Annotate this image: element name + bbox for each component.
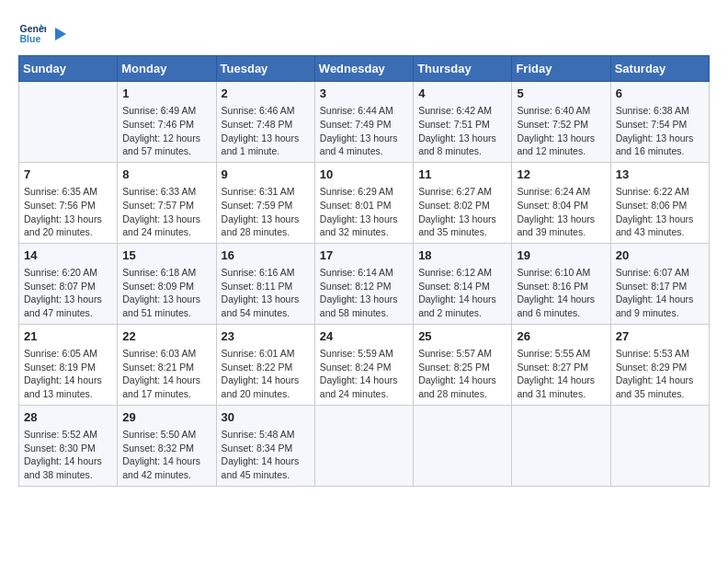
day-info: Sunrise: 6:38 AMSunset: 7:54 PMDaylight:… [616,104,704,158]
calendar-day-cell: 11Sunrise: 6:27 AMSunset: 8:02 PMDayligh… [414,162,512,243]
day-info: Sunrise: 6:20 AMSunset: 8:07 PMDaylight:… [24,266,112,320]
calendar-body: 1Sunrise: 6:49 AMSunset: 7:46 PMDaylight… [19,82,710,487]
logo: General Blue [18,18,68,46]
calendar-day-cell: 10Sunrise: 6:29 AMSunset: 8:01 PMDayligh… [314,162,413,243]
calendar-day-cell: 7Sunrise: 6:35 AMSunset: 7:56 PMDaylight… [19,162,118,243]
calendar-day-cell [512,405,610,486]
weekday-header: Monday [118,56,216,82]
calendar-day-cell: 29Sunrise: 5:50 AMSunset: 8:32 PMDayligh… [118,405,216,486]
day-info: Sunrise: 6:29 AMSunset: 8:01 PMDaylight:… [320,185,408,239]
day-info: Sunrise: 5:48 AMSunset: 8:34 PMDaylight:… [222,428,310,482]
day-number: 1 [122,86,210,102]
day-number: 19 [517,247,605,264]
day-info: Sunrise: 6:42 AMSunset: 7:51 PMDaylight:… [418,104,506,158]
calendar-day-cell: 25Sunrise: 5:57 AMSunset: 8:25 PMDayligh… [414,324,512,405]
weekday-header: Sunday [19,56,118,82]
day-number: 11 [418,167,506,183]
calendar-header-row: SundayMondayTuesdayWednesdayThursdayFrid… [19,56,710,82]
day-info: Sunrise: 5:50 AMSunset: 8:32 PMDaylight:… [122,428,210,482]
day-number: 10 [320,167,408,183]
calendar-day-cell: 8Sunrise: 6:33 AMSunset: 7:57 PMDaylight… [118,162,216,243]
day-number: 20 [616,247,704,264]
weekday-header: Tuesday [216,56,314,82]
day-info: Sunrise: 6:33 AMSunset: 7:57 PMDaylight:… [122,185,210,239]
day-number: 9 [222,167,310,183]
calendar-day-cell [19,82,118,163]
day-info: Sunrise: 6:49 AMSunset: 7:46 PMDaylight:… [122,104,210,158]
day-number: 13 [616,167,704,183]
calendar-day-cell: 17Sunrise: 6:14 AMSunset: 8:12 PMDayligh… [314,243,413,324]
day-info: Sunrise: 6:14 AMSunset: 8:12 PMDaylight:… [320,266,408,320]
logo-triangle-icon [51,26,68,42]
day-number: 23 [222,328,310,345]
calendar-day-cell: 28Sunrise: 5:52 AMSunset: 8:30 PMDayligh… [19,405,118,486]
day-info: Sunrise: 6:03 AMSunset: 8:21 PMDaylight:… [122,347,210,401]
calendar-day-cell: 9Sunrise: 6:31 AMSunset: 7:59 PMDaylight… [216,162,314,243]
day-number: 7 [24,167,112,183]
day-info: Sunrise: 5:57 AMSunset: 8:25 PMDaylight:… [418,347,506,401]
calendar-week-row: 1Sunrise: 6:49 AMSunset: 7:46 PMDaylight… [19,82,710,163]
calendar-day-cell: 1Sunrise: 6:49 AMSunset: 7:46 PMDaylight… [118,82,216,163]
day-info: Sunrise: 6:05 AMSunset: 8:19 PMDaylight:… [24,347,112,401]
calendar-table: SundayMondayTuesdayWednesdayThursdayFrid… [18,55,710,487]
day-number: 6 [616,86,704,102]
day-info: Sunrise: 6:01 AMSunset: 8:22 PMDaylight:… [222,347,310,401]
day-info: Sunrise: 5:52 AMSunset: 8:30 PMDaylight:… [24,428,112,482]
weekday-header: Wednesday [314,56,413,82]
calendar-day-cell: 6Sunrise: 6:38 AMSunset: 7:54 PMDaylight… [610,82,709,163]
day-info: Sunrise: 6:35 AMSunset: 7:56 PMDaylight:… [24,185,112,239]
calendar-day-cell: 30Sunrise: 5:48 AMSunset: 8:34 PMDayligh… [216,405,314,486]
calendar-day-cell: 22Sunrise: 6:03 AMSunset: 8:21 PMDayligh… [118,324,216,405]
calendar-week-row: 7Sunrise: 6:35 AMSunset: 7:56 PMDaylight… [19,162,710,243]
calendar-day-cell: 2Sunrise: 6:46 AMSunset: 7:48 PMDaylight… [216,82,314,163]
day-info: Sunrise: 6:46 AMSunset: 7:48 PMDaylight:… [222,104,310,158]
day-number: 24 [320,328,408,345]
day-info: Sunrise: 5:59 AMSunset: 8:24 PMDaylight:… [320,347,408,401]
day-info: Sunrise: 6:31 AMSunset: 7:59 PMDaylight:… [222,185,310,239]
day-info: Sunrise: 6:10 AMSunset: 8:16 PMDaylight:… [517,266,605,320]
day-number: 28 [24,409,112,426]
calendar-week-row: 14Sunrise: 6:20 AMSunset: 8:07 PMDayligh… [19,243,710,324]
day-info: Sunrise: 5:55 AMSunset: 8:27 PMDaylight:… [517,347,605,401]
calendar-day-cell: 12Sunrise: 6:24 AMSunset: 8:04 PMDayligh… [512,162,610,243]
calendar-day-cell: 21Sunrise: 6:05 AMSunset: 8:19 PMDayligh… [19,324,118,405]
day-info: Sunrise: 6:27 AMSunset: 8:02 PMDaylight:… [418,185,506,239]
weekday-header: Friday [512,56,610,82]
day-info: Sunrise: 5:53 AMSunset: 8:29 PMDaylight:… [616,347,704,401]
day-info: Sunrise: 6:18 AMSunset: 8:09 PMDaylight:… [122,266,210,320]
day-number: 16 [222,247,310,264]
calendar-day-cell: 14Sunrise: 6:20 AMSunset: 8:07 PMDayligh… [19,243,118,324]
calendar-day-cell: 5Sunrise: 6:40 AMSunset: 7:52 PMDaylight… [512,82,610,163]
calendar-day-cell: 4Sunrise: 6:42 AMSunset: 7:51 PMDaylight… [414,82,512,163]
calendar-day-cell [414,405,512,486]
day-info: Sunrise: 6:07 AMSunset: 8:17 PMDaylight:… [616,266,704,320]
calendar-day-cell: 13Sunrise: 6:22 AMSunset: 8:06 PMDayligh… [610,162,709,243]
day-number: 14 [24,247,112,264]
day-number: 29 [122,409,210,426]
day-info: Sunrise: 6:40 AMSunset: 7:52 PMDaylight:… [517,104,605,158]
calendar-day-cell: 24Sunrise: 5:59 AMSunset: 8:24 PMDayligh… [314,324,413,405]
day-number: 26 [517,328,605,345]
day-number: 2 [222,86,310,102]
calendar-week-row: 28Sunrise: 5:52 AMSunset: 8:30 PMDayligh… [19,405,710,486]
calendar-day-cell: 26Sunrise: 5:55 AMSunset: 8:27 PMDayligh… [512,324,610,405]
calendar-day-cell: 19Sunrise: 6:10 AMSunset: 8:16 PMDayligh… [512,243,610,324]
calendar-day-cell: 3Sunrise: 6:44 AMSunset: 7:49 PMDaylight… [314,82,413,163]
weekday-header: Saturday [610,56,709,82]
day-number: 8 [122,167,210,183]
day-info: Sunrise: 6:44 AMSunset: 7:49 PMDaylight:… [320,104,408,158]
day-info: Sunrise: 6:24 AMSunset: 8:04 PMDaylight:… [517,185,605,239]
calendar-week-row: 21Sunrise: 6:05 AMSunset: 8:19 PMDayligh… [19,324,710,405]
header: General Blue [18,18,710,46]
day-number: 27 [616,328,704,345]
day-number: 12 [517,167,605,183]
calendar-day-cell: 27Sunrise: 5:53 AMSunset: 8:29 PMDayligh… [610,324,709,405]
calendar-day-cell: 18Sunrise: 6:12 AMSunset: 8:14 PMDayligh… [414,243,512,324]
day-info: Sunrise: 6:16 AMSunset: 8:11 PMDaylight:… [222,266,310,320]
day-number: 21 [24,328,112,345]
day-number: 18 [418,247,506,264]
calendar-day-cell: 16Sunrise: 6:16 AMSunset: 8:11 PMDayligh… [216,243,314,324]
svg-text:Blue: Blue [20,33,41,44]
logo-icon: General Blue [18,18,46,46]
day-number: 3 [320,86,408,102]
